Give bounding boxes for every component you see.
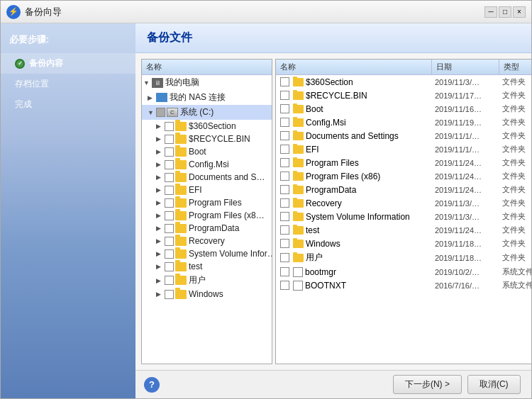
window-title: 备份向导: [25, 6, 484, 18]
file-name-label: 用户: [306, 252, 323, 264]
title-buttons: ─ □ ×: [484, 6, 526, 18]
checkbox-pd[interactable]: [165, 224, 174, 233]
checkbox-svi[interactable]: [165, 249, 174, 259]
tree-item-recycle[interactable]: ▶ $RECYCLE.BIN: [142, 133, 272, 145]
checkbox-efi[interactable]: [165, 186, 174, 195]
tree-label-pf: Program Files: [189, 198, 242, 208]
tree-item-360section[interactable]: ▶ $360Section: [142, 120, 272, 133]
file-checkbox[interactable]: [280, 145, 289, 154]
file-row-name: Boot: [276, 103, 432, 115]
file-checkbox[interactable]: [280, 172, 289, 181]
list-item[interactable]: Documents and Settings 2019/11/1/… 文件夹: [276, 129, 531, 142]
checkbox-360[interactable]: [165, 122, 174, 131]
list-item[interactable]: ProgramData 2019/11/24… 文件夹: [276, 183, 531, 196]
checkbox-user[interactable]: [165, 276, 174, 285]
file-row-type: 系统文件: [499, 279, 531, 291]
checkbox-pfx86[interactable]: [165, 211, 174, 220]
file-row-name: Documents and Settings: [276, 130, 432, 142]
file-row-type: 文件夹: [499, 224, 531, 236]
sidebar-label-backup: 备份内容: [29, 57, 63, 69]
tree-item-programdata[interactable]: ▶ ProgramData: [142, 222, 272, 235]
tree-item-test[interactable]: ▶ test: [142, 260, 272, 273]
file-checkbox[interactable]: [280, 118, 289, 127]
file-checkbox[interactable]: [280, 212, 289, 221]
list-item[interactable]: BOOTNXT 2016/7/16/… 系统文件: [276, 279, 531, 292]
folder-icon: [175, 224, 187, 233]
list-item[interactable]: Program Files 2019/11/24… 文件夹: [276, 156, 531, 169]
file-checkbox[interactable]: [280, 77, 289, 86]
checkbox-recovery[interactable]: [165, 237, 174, 246]
list-item[interactable]: Program Files (x86) 2019/11/24… 文件夹: [276, 169, 531, 183]
file-checkbox[interactable]: [280, 267, 289, 276]
list-item[interactable]: $RECYCLE.BIN 2019/11/17… 文件夹: [276, 89, 531, 102]
tree-item-user[interactable]: ▶ 用户: [142, 273, 272, 288]
file-checkbox[interactable]: [280, 281, 289, 290]
tree-item-programfiles[interactable]: ▶ Program Files: [142, 196, 272, 209]
checkbox-configmsi[interactable]: [165, 160, 174, 169]
list-item[interactable]: 用户 2019/11/18… 文件夹: [276, 250, 531, 265]
minimize-button[interactable]: ─: [484, 6, 497, 18]
list-item[interactable]: test 2019/11/24… 文件夹: [276, 223, 531, 237]
col-name: 名称: [276, 60, 432, 74]
list-item[interactable]: Recovery 2019/11/3/… 文件夹: [276, 196, 531, 210]
folder-icon: [175, 276, 187, 285]
list-item[interactable]: EFI 2019/11/1/… 文件夹: [276, 142, 531, 156]
tree-item-my-computer[interactable]: ▼ 🖥 我的电脑: [142, 75, 272, 90]
checkbox-documents[interactable]: [165, 173, 174, 182]
tree-item-drive-c[interactable]: ▼ C 系统 (C:): [142, 105, 272, 120]
close-button[interactable]: ×: [513, 6, 526, 18]
list-item[interactable]: System Volume Information 2019/11/3/… 文件…: [276, 210, 531, 223]
cancel-button[interactable]: 取消(C): [467, 375, 521, 394]
file-checkbox[interactable]: [280, 91, 289, 100]
tree-label-documents: Documents and S…: [189, 172, 265, 182]
tree-label-360: $360Section: [189, 121, 236, 131]
file-row-type: 文件夹: [499, 103, 531, 115]
checkbox-windows[interactable]: [165, 290, 174, 299]
tree-item-windows[interactable]: ▶ Windows: [142, 288, 272, 300]
sidebar-item-storage-location[interactable]: 存档位置: [1, 74, 135, 94]
checkbox-recycle[interactable]: [165, 135, 174, 144]
help-button[interactable]: ?: [144, 377, 160, 393]
tree-item-recovery[interactable]: ▶ Recovery: [142, 235, 272, 247]
file-checkbox[interactable]: [280, 158, 289, 167]
folder-icon: [175, 160, 187, 169]
tree-item-efi[interactable]: ▶ EFI: [142, 184, 272, 196]
tree-item-boot[interactable]: ▶ Boot: [142, 145, 272, 158]
list-item[interactable]: Windows 2019/11/18… 文件夹: [276, 237, 531, 250]
tree-label-recycle: $RECYCLE.BIN: [189, 134, 250, 144]
list-item[interactable]: bootmgr 2019/10/2/… 系统文件: [276, 265, 531, 279]
file-checkbox[interactable]: [280, 198, 289, 208]
expand-arrow: ▶: [156, 225, 165, 232]
sidebar-header: 必要步骤:: [1, 29, 135, 50]
file-name-label: System Volume Information: [306, 212, 410, 222]
list-item[interactable]: Boot 2019/11/16… 文件夹: [276, 102, 531, 116]
sidebar-item-backup-content[interactable]: 备份内容: [1, 53, 135, 74]
file-checkbox[interactable]: [280, 225, 289, 235]
sidebar-label-complete: 完成: [15, 99, 32, 111]
checkbox-pf[interactable]: [165, 198, 174, 208]
maximize-button[interactable]: □: [499, 6, 511, 18]
checkbox-drive-c[interactable]: [156, 108, 165, 117]
tree-item-configmsi[interactable]: ▶ Config.Msi: [142, 158, 272, 171]
tree-item-sysvolinfo[interactable]: ▶ System Volume Infor…: [142, 247, 272, 260]
list-item[interactable]: Config.Msi 2019/11/19… 文件夹: [276, 116, 531, 129]
file-checkbox[interactable]: [280, 185, 289, 194]
app-icon: ⚡: [6, 5, 21, 19]
folder-icon: [175, 211, 187, 220]
file-name-label: Program Files (x86): [306, 172, 380, 181]
file-checkbox[interactable]: [280, 131, 289, 140]
file-checkbox[interactable]: [280, 104, 289, 113]
file-row-name: 用户: [276, 251, 432, 264]
file-checkbox[interactable]: [280, 253, 289, 262]
tree-item-documents[interactable]: ▶ Documents and S…: [142, 171, 272, 184]
checkbox-boot[interactable]: [165, 147, 174, 157]
tree-label-my-computer: 我的电脑: [165, 77, 199, 89]
list-item[interactable]: $360Section 2019/11/3/… 文件夹: [276, 75, 531, 89]
next-button[interactable]: 下一步(N) >: [393, 375, 462, 394]
sidebar-item-complete[interactable]: 完成: [1, 94, 135, 115]
checkbox-test[interactable]: [165, 262, 174, 271]
tree-item-programfiles-x86[interactable]: ▶ Program Files (x8…: [142, 209, 272, 222]
tree-item-nas[interactable]: ▶ 我的 NAS 连接: [142, 90, 272, 105]
file-row-name: EFI: [276, 144, 432, 155]
file-checkbox[interactable]: [280, 239, 289, 248]
